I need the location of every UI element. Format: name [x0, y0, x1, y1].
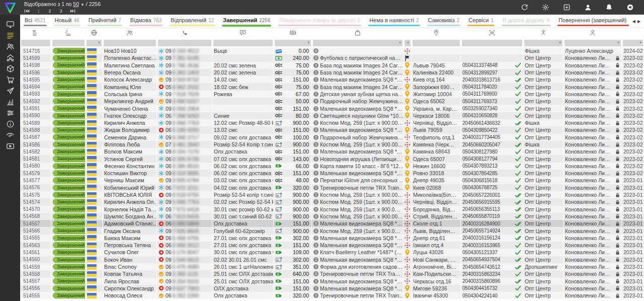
- tab-scroll-right-icon[interactable]: ▶: [637, 19, 640, 24]
- table-row[interactable]: 514596ЗавершенийВегера Оксана096 363 140…: [20, 69, 644, 76]
- filter-input-product[interactable]: ▾: [313, 40, 403, 46]
- tab-11[interactable]: Повернення (завершений)125: [554, 15, 629, 28]
- sidebar-item-statistics[interactable]: [0, 96, 20, 107]
- table-row[interactable]: 514568ЗавершенийШумляс Богдана Ан…067 81…: [20, 213, 644, 220]
- table-row[interactable]: 514557ЗавершенийЛила Ярослав098 254 5025…: [20, 278, 644, 285]
- table-row[interactable]: 514558ЗавершенийКовпак Татьяна092 393 11…: [20, 270, 644, 277]
- table-row[interactable]: 514593ЗавершенийСольська Ірина097 918 75…: [20, 91, 644, 98]
- tab-7[interactable]: Нема в наявності2: [365, 15, 423, 28]
- column-header-date[interactable]: [622, 28, 644, 39]
- table-row[interactable]: 514576ЗавершенийКобилинський Юрий067 972…: [20, 184, 644, 191]
- sidebar-item-cart[interactable]: [0, 74, 20, 85]
- filter-input-comment[interactable]: [213, 40, 273, 46]
- last-page-button[interactable]: [70, 9, 75, 13]
- column-header-country[interactable]: [86, 28, 103, 39]
- table-row[interactable]: 514575ЗавершенийКВІТОВСЬКА ЮЛІЯ098 518 0…: [20, 191, 644, 198]
- column-header-product[interactable]: [312, 28, 404, 39]
- sidebar-item-team[interactable]: [0, 41, 20, 52]
- table-row[interactable]: 514561ЗавершенийСучилов Олег066 174 8047…: [20, 249, 644, 256]
- table-row[interactable]: 514582ЗавершенийВолков Максим098 154 717…: [20, 148, 644, 155]
- tab-6[interactable]: Повернення товару (в дорозі)0: [275, 15, 365, 28]
- filter-input-payment[interactable]: ▾: [275, 40, 311, 46]
- table-row[interactable]: 514580ЗавершенийФесенко Константин068 38…: [20, 163, 644, 170]
- sidebar-item-tutorials[interactable]: [0, 140, 20, 152]
- filter-input-phone[interactable]: [158, 40, 211, 46]
- user-icon[interactable]: [584, 4, 592, 11]
- table-row[interactable]: 514559ЗавершенийВлас Слотюу065 475 40802…: [20, 263, 644, 270]
- add-icon[interactable]: [563, 4, 571, 11]
- column-header-source[interactable]: [523, 28, 564, 39]
- table-row[interactable]: 514594ЗавершенийКомпанец Юля058 962 2032…: [20, 83, 644, 90]
- tab-scroll-left-icon[interactable]: ◀: [632, 19, 635, 24]
- filter-input-source[interactable]: ▾: [524, 40, 562, 46]
- column-header-tracking[interactable]: [461, 28, 523, 39]
- notifications-icon[interactable]: [605, 4, 613, 11]
- column-header-carrier[interactable]: [404, 28, 412, 39]
- table-row[interactable]: 514570ЗавершенийКорнелюк Надія Та…097 57…: [20, 206, 644, 213]
- table-row[interactable]: 514565ЗавершенийБаюка Максим066 458 3756…: [20, 235, 644, 242]
- column-header-id[interactable]: ID: [20, 28, 51, 39]
- table-row[interactable]: 514592ЗавершенийМерклингер Андрей093 490…: [20, 98, 644, 105]
- table-row[interactable]: 514556ЗавершенийСиротюк Олександр099 637…: [20, 285, 644, 292]
- column-header-client[interactable]: [103, 28, 157, 39]
- filter-input-manager[interactable]: ▾: [565, 40, 621, 46]
- filter-input-status[interactable]: [52, 40, 85, 46]
- column-header-status[interactable]: [51, 28, 86, 39]
- column-header-city[interactable]: [412, 28, 461, 39]
- column-header-phone[interactable]: [157, 28, 212, 39]
- filter-input-tracking[interactable]: [462, 40, 522, 46]
- page-button-3[interactable]: 3: [59, 8, 63, 14]
- table-row[interactable]: 514591ЗавершенийЧумаченко Олена098 058 2…: [20, 105, 644, 112]
- sidebar-item-campaigns[interactable]: [0, 85, 20, 96]
- tab-0[interactable]: Всі4521: [20, 15, 50, 28]
- tab-4[interactable]: Відправлений12: [166, 15, 218, 28]
- filter-input-client[interactable]: [104, 40, 156, 46]
- table-row[interactable]: 514716ЗавершенийНов10 Нов10098 193 4612В…: [20, 47, 644, 54]
- table-row[interactable]: 514599ЗавершенийПотапенко Анастас…097 35…: [20, 54, 644, 61]
- filter-input-city[interactable]: [413, 40, 460, 46]
- tab-10[interactable]: В дорозі додому0: [498, 15, 554, 28]
- tab-8[interactable]: Самовивіз2: [424, 15, 464, 28]
- column-header-comment[interactable]: [212, 28, 274, 39]
- table-row[interactable]: 514589ЗавершенийКирилич Анжела096 668 77…: [20, 119, 644, 126]
- table-row[interactable]: 514588ЗавершенийЖидак Володимир066 199 4…: [20, 126, 644, 133]
- table-row[interactable]: 514563ЗавершенийПетровська Тетяна066 958…: [20, 242, 644, 249]
- filter-input-carrier[interactable]: ▾: [405, 40, 411, 46]
- tab-3[interactable]: Відмова763: [126, 15, 166, 28]
- table-row[interactable]: 514577ЗавершенийЧерниш Максим099 605 678…: [20, 177, 644, 184]
- table-row[interactable]: 514586ЗавершенийФіліпова Люба073 481 394…: [20, 141, 644, 148]
- filter-input-date[interactable]: ▾: [623, 40, 643, 46]
- app-logo-icon[interactable]: [0, 0, 20, 15]
- sidebar-item-info[interactable]: [0, 118, 20, 129]
- filter-input-id[interactable]: [21, 40, 50, 46]
- tab-zavershenyi-active[interactable]: Завершений2256: [218, 15, 275, 28]
- sidebar-item-dashboard[interactable]: [0, 19, 20, 30]
- column-header-payment[interactable]: [274, 28, 312, 39]
- table-row[interactable]: 514579ЗавершенийКостишин Виктор098 319 9…: [20, 170, 644, 177]
- refresh-icon[interactable]: [521, 4, 528, 11]
- filter-input-country[interactable]: ▾: [87, 40, 102, 46]
- table-row[interactable]: 514581ЗавершенийУстинов Сергей068 305 57…: [20, 155, 644, 162]
- sidebar-item-products[interactable]: [0, 63, 20, 74]
- announce-icon[interactable]: [626, 4, 634, 11]
- table-row[interactable]: 514587ЗавершенийСеменюк Дарина098 398 27…: [20, 134, 644, 141]
- settings-icon[interactable]: [542, 4, 549, 11]
- sidebar-item-orders[interactable]: [0, 30, 20, 41]
- sidebar-item-settings[interactable]: [0, 107, 20, 118]
- tab-2[interactable]: Прийнятий7: [84, 15, 126, 28]
- tab-9[interactable]: Сервіси1: [464, 15, 498, 28]
- table-row[interactable]: 514590ЗавершенийГнатюк Олексндр067 398 5…: [20, 112, 644, 119]
- table-row[interactable]: 514560ЗавершенийБокоч Иван091 544 651002…: [20, 256, 644, 263]
- table-row[interactable]: 514595ЗавершенийКолосок Александр093 559…: [20, 76, 644, 83]
- table-row[interactable]: 514555ЗавершенийНовосад Олеся066 262 239…: [20, 292, 644, 299]
- per-page-dropdown[interactable]: 50: [73, 1, 79, 7]
- table-row[interactable]: 514567ЗавершенийАдамовский Станис…066 99…: [20, 220, 644, 227]
- page-button-1[interactable]: 1: [36, 8, 41, 14]
- table-row[interactable]: 514598ЗавершенийМалютина Светлана096 796…: [20, 62, 644, 69]
- page-button-2[interactable]: 2: [47, 8, 52, 14]
- table-row[interactable]: 514574ЗавершенийКирилич Анжела Ол…096 66…: [20, 198, 644, 205]
- table-row[interactable]: 514566ЗавершенийГладик Оксана097 935 860…: [20, 227, 644, 234]
- first-page-button[interactable]: [24, 9, 30, 13]
- sidebar-item-partners[interactable]: [0, 129, 20, 140]
- sidebar-item-company[interactable]: [0, 52, 20, 63]
